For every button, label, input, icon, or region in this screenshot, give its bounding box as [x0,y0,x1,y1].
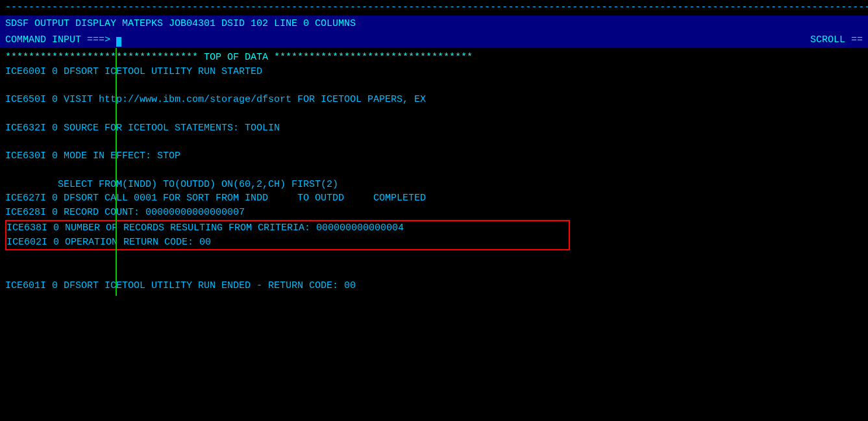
line-ice630i: ICE630I 0 MODE IN EFFECT: STOP [5,149,863,163]
line-ice601i: ICE601I 0 DFSORT ICETOOL UTILITY RUN END… [5,279,863,293]
header-row-1: SDSF OUTPUT DISPLAY MATEPKS JOB04301 DSI… [0,16,868,32]
line-ice628i: ICE628I 0 RECORD COUNT: 0000000000000000… [5,206,863,220]
line-ice650i: ICE650I 0 VISIT http://www.ibm.com/stora… [5,93,863,107]
content-area: ********************************* TOP OF… [0,48,868,296]
empty-line-4 [5,163,863,178]
line-ice632i: ICE632I 0 SOURCE FOR ICETOOL STATEMENTS:… [5,121,863,136]
line-select: SELECT FROM(INDD) TO(OUTDD) ON(60,2,CH) … [5,178,863,192]
line-ice627i: ICE627I 0 DFSORT CALL 0001 FOR SORT FROM… [5,191,863,206]
red-border-box: ICE638I 0 NUMBER OF RECORDS RESULTING FR… [5,220,570,251]
header-row-2[interactable]: COMMAND INPUT ===> SCROLL == [0,32,868,48]
empty-line-3 [5,135,863,149]
line-ice602i: ICE602I 0 OPERATION RETURN CODE: 00 [6,235,569,250]
empty-line-6 [5,265,863,279]
header-title: SDSF OUTPUT DISPLAY MATEPKS JOB04301 DSI… [5,18,356,29]
dashed-border-top: ----------------------------------------… [0,0,868,16]
line-ice638i: ICE638I 0 NUMBER OF RECORDS RESULTING FR… [6,221,569,235]
cursor [116,37,121,47]
green-vertical-bar [116,48,117,296]
empty-line-5 [5,250,863,265]
terminal-screen: ----------------------------------------… [0,0,868,421]
top-of-data-line: ********************************* TOP OF… [5,51,863,65]
line-ice600i: ICE600I 0 DFSORT ICETOOL UTILITY RUN STA… [5,65,863,79]
empty-line-2 [5,107,863,121]
command-input-label: COMMAND INPUT ===> [5,33,121,47]
empty-line-1 [5,78,863,93]
scroll-label: SCROLL == [810,33,863,47]
highlighted-block: ICE638I 0 NUMBER OF RECORDS RESULTING FR… [5,220,863,251]
